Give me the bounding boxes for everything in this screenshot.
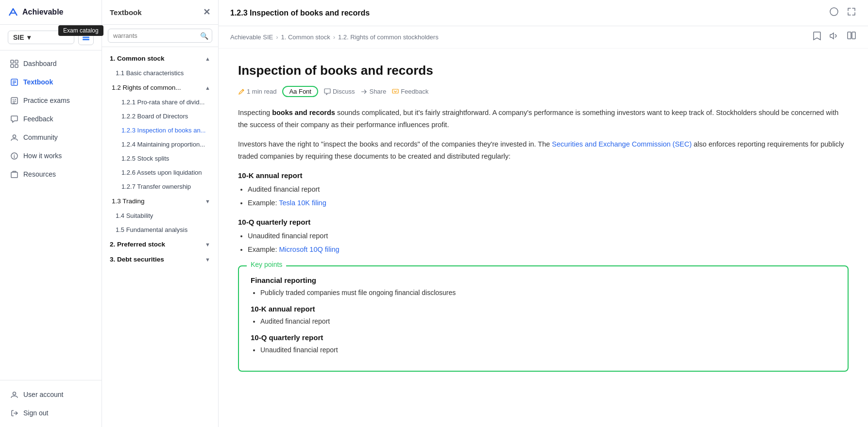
sidebar-header: Achievable [0, 0, 102, 25]
sidebar-item-practice-exams[interactable]: Practice exams [0, 91, 102, 110]
toc-subchapter-1-2[interactable]: 1.2 Rights of common... ▲ [102, 80, 218, 95]
sign-out-icon [10, 409, 18, 417]
sidebar-item-dashboard[interactable]: Dashboard [0, 54, 102, 73]
main-content: 1.2.3 Inspection of books and records Ac… [219, 0, 868, 427]
sec-link[interactable]: Securities and Exchange Commission (SEC) [552, 140, 692, 148]
kp-list-item: Publicly traded companies must file ongo… [260, 287, 836, 299]
logo-icon [8, 7, 18, 17]
svg-text:i: i [14, 154, 15, 159]
feedback-label: Feedback [23, 115, 53, 123]
svg-rect-23 [852, 32, 855, 39]
sidebar-item-resources[interactable]: Resources [0, 165, 102, 183]
sidebar-item-how-it-works[interactable]: i How it works [0, 147, 102, 165]
audio-icon[interactable] [829, 31, 839, 43]
dashboard-label: Dashboard [23, 60, 57, 67]
item-1-4-label: 1.4 Suitability [116, 212, 153, 219]
discuss-label: Discuss [333, 88, 355, 95]
toc-close-icon[interactable]: ✕ [203, 7, 210, 17]
header-actions [829, 7, 856, 19]
toc-item-1-2-4[interactable]: 1.2.4 Maintaining proportion... [102, 137, 218, 151]
toc-item-1-2-7[interactable]: 1.2.7 Transfer ownership [102, 180, 218, 194]
fullscreen-btn[interactable] [847, 7, 856, 19]
subchapter-1-3-chevron-icon: ▼ [205, 198, 210, 204]
font-button[interactable]: Aa Font [282, 86, 318, 97]
breadcrumb-sep-1: › [276, 33, 278, 41]
toc-item-1-2-1[interactable]: 1.2.1 Pro-rata share of divid... [102, 95, 218, 109]
chapter-3-chevron-icon: ▼ [205, 257, 210, 263]
breadcrumb-common-stock[interactable]: 1. Common stock [281, 33, 330, 41]
toc-content: 1. Common stock ▲ 1.1 Basic characterist… [102, 47, 218, 427]
section-10k-list: Audited financial report Example: Tesla … [248, 183, 849, 209]
item-1-2-1-label: 1.2.1 Pro-rata share of divid... [121, 99, 204, 106]
share-label: Share [369, 88, 386, 95]
read-time-item: 1 min read [238, 88, 276, 95]
microsoft-link[interactable]: Microsoft 10Q filing [279, 246, 339, 253]
item-1-2-3-label: 1.2.3 Inspection of books an... [121, 127, 205, 134]
breadcrumb-sep-2: › [333, 33, 335, 41]
toc-item-1-2-3[interactable]: 1.2.3 Inspection of books an... [102, 123, 218, 137]
svg-rect-1 [83, 37, 89, 38]
chapter-1-label: 1. Common stock [110, 55, 165, 62]
chapter-2-chevron-icon: ▼ [205, 242, 210, 247]
toc-chapter-2[interactable]: 2. Preferred stock ▼ [102, 237, 218, 252]
toc-chapter-3[interactable]: 3. Debt securities ▼ [102, 252, 218, 267]
sidebar-item-textbook[interactable]: Textbook [0, 73, 102, 91]
bookmark-icon[interactable] [813, 31, 821, 43]
feedback-label: Feedback [401, 88, 428, 95]
toc-item-1-2-5[interactable]: 1.2.5 Stock splits [102, 151, 218, 165]
toc-item-1-5[interactable]: 1.5 Fundamental analysis [102, 223, 218, 237]
kp-list-10q: Unaudited financial report [260, 345, 836, 356]
toc-subchapter-1-3[interactable]: 1.3 Trading ▼ [102, 194, 218, 209]
svg-point-16 [13, 135, 16, 138]
breadcrumb-rights[interactable]: 1.2. Rights of common stockholders [338, 33, 439, 41]
feedback-icon [10, 115, 18, 123]
sidebar-item-sign-out[interactable]: Sign out [0, 404, 102, 422]
textbook-icon [10, 78, 18, 86]
sidebar-item-user-account[interactable]: User account [0, 385, 102, 404]
toc-chapter-1[interactable]: 1. Common stock ▲ [102, 51, 218, 66]
edit-icon [238, 88, 245, 95]
breadcrumb-achievable-sie[interactable]: Achievable SIE [230, 33, 273, 41]
subchapter-1-2-label: 1.2 Rights of common... [112, 84, 181, 91]
toc-item-1-2-6[interactable]: 1.2.6 Assets upon liquidation [102, 165, 218, 180]
discuss-icon [324, 88, 331, 95]
kp-list-10k: Audited financial report [260, 316, 836, 328]
article-para-2: Investors have the right to "inspect the… [238, 138, 849, 162]
svg-point-21 [830, 8, 838, 16]
article-meta: 1 min read Aa Font Discuss Share Feedbac… [238, 86, 849, 97]
item-1-1-label: 1.1 Basic characteristics [116, 69, 184, 77]
toc-search-input[interactable] [108, 29, 212, 43]
toc-item-1-2-2[interactable]: 1.2.2 Board of Directors [102, 109, 218, 123]
sign-out-label: Sign out [23, 409, 48, 417]
list-item: Audited financial report [248, 183, 849, 196]
item-1-5-label: 1.5 Fundamental analysis [116, 226, 187, 233]
sidebar-item-feedback[interactable]: Feedback [0, 110, 102, 128]
kp-list-item: Unaudited financial report [260, 345, 836, 356]
search-icon: 🔍 [200, 32, 208, 40]
tesla-link[interactable]: Tesla 10K filing [279, 199, 326, 207]
dashboard-icon [10, 59, 18, 68]
svg-rect-3 [11, 60, 14, 63]
textbook-label: Textbook [23, 78, 53, 86]
item-1-2-2-label: 1.2.2 Board of Directors [121, 113, 188, 120]
feedback-btn[interactable]: Feedback [392, 88, 428, 95]
toc-item-1-1[interactable]: 1.1 Basic characteristics [102, 66, 218, 80]
discuss-btn[interactable]: Discuss [324, 88, 355, 95]
exam-catalog-tooltip: Exam catalog [58, 25, 102, 36]
sidebar: Achievable Exam catalog SIE ▾ Dashboard [0, 0, 102, 427]
svg-rect-22 [848, 32, 851, 39]
breadcrumb: Achievable SIE › 1. Common stock › 1.2. … [219, 26, 868, 49]
sidebar-item-community[interactable]: Community [0, 128, 102, 147]
community-label: Community [23, 133, 58, 141]
kp-title-10q: 10-Q quarterly report [251, 333, 836, 342]
toc-item-1-4[interactable]: 1.4 Suitability [102, 209, 218, 223]
kp-list-item: Audited financial report [260, 316, 836, 328]
share-btn[interactable]: Share [360, 88, 386, 95]
dark-mode-btn[interactable] [829, 7, 839, 19]
feedback-icon [392, 88, 399, 95]
app-name: Achievable [22, 8, 63, 16]
subchapter-1-2-chevron-icon: ▲ [205, 85, 210, 91]
breadcrumb-actions [813, 31, 856, 43]
reader-mode-icon[interactable] [847, 31, 856, 43]
sidebar-nav: Dashboard Textbook Practice exams Feedba… [0, 50, 102, 380]
